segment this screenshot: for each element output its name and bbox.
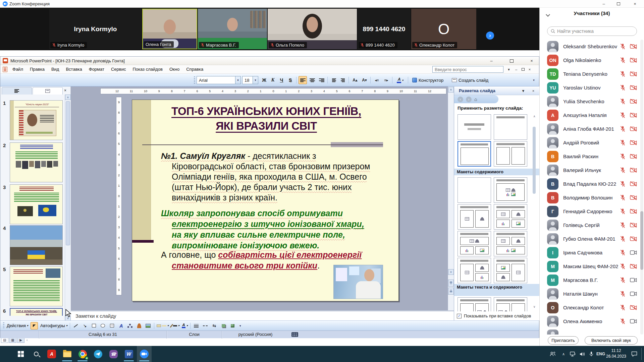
chrome-icon[interactable]: A — [75, 346, 90, 362]
font-color-button[interactable]: А▾ — [394, 76, 406, 84]
video-tile[interactable]: Iryna Kormylo Iryna Kormylo — [49, 9, 142, 49]
decrease-indent-button[interactable]: ◂≡ — [373, 76, 381, 84]
arrow-icon[interactable]: ↘ — [82, 322, 88, 329]
participant-row[interactable]: Губко Олена ФАМ-201 — [540, 232, 640, 246]
participant-row[interactable]: A Алєшугіна Наталія — [540, 108, 640, 122]
layout-thumb-title-only[interactable] — [494, 114, 527, 140]
participant-row[interactable]: Аліна Глоба ФАМ-201 — [540, 122, 640, 136]
participant-row[interactable]: Андрій Роговий — [540, 136, 640, 149]
shadow-style-icon[interactable] — [220, 322, 227, 329]
video-tile[interactable]: 899 1440 4620 899 1440 4620 — [358, 9, 411, 49]
previous-slide-icon[interactable]: ⇈ — [448, 280, 454, 287]
align-left-button[interactable] — [299, 76, 307, 84]
video-tile[interactable]: Олена Гонта — [142, 9, 197, 49]
tab-outline[interactable] — [2, 87, 32, 95]
video-tile[interactable]: Ольга Попело — [268, 9, 357, 49]
participants-scroll-thumb[interactable] — [640, 211, 643, 270]
scroll-left-icon[interactable]: ‹ — [26, 338, 28, 342]
participant-row[interactable]: Олена Акименко — [540, 314, 640, 328]
slide-title[interactable]: ТОП-6 УКРАЇНСЬКИХ ЮНИХ ГЕНІЇВ, ЯКІ ВРАЗИ… — [153, 104, 380, 133]
participant-row[interactable]: ON Olga Nikolaienko — [540, 53, 640, 67]
increase-font-button[interactable]: A▴ — [351, 76, 359, 84]
layout-thumb-content-and-text[interactable] — [494, 297, 527, 311]
layout-thumb-content[interactable] — [494, 177, 527, 203]
menu-item[interactable]: Вставка — [62, 65, 85, 74]
line-color-button[interactable]: ▾ — [171, 324, 179, 328]
start-button[interactable] — [13, 346, 28, 362]
tray-expand-icon[interactable]: ∧ — [559, 346, 568, 362]
menu-item[interactable]: Правка — [26, 65, 48, 74]
next-videos-button[interactable]: › — [486, 32, 494, 40]
menu-item[interactable]: Окно — [166, 65, 183, 74]
line-icon[interactable] — [72, 322, 79, 329]
tab-slides[interactable] — [33, 87, 63, 95]
volume-tray-icon[interactable] — [578, 346, 587, 362]
text-shadow-button[interactable]: S — [286, 76, 294, 84]
participant-row[interactable]: B Ваилий Раскин — [540, 149, 640, 163]
participant-row[interactable]: YU Yaroslav Ustinov — [540, 81, 640, 95]
slide-paragraph-2[interactable]: Школяр запропонував спосіб отримувати ел… — [161, 208, 364, 251]
taskpane-close-icon[interactable]: × — [530, 88, 536, 94]
pane-scroll-up-icon[interactable]: ∧ — [532, 115, 537, 118]
participant-row[interactable]: I Ірина Садчикова — [540, 246, 640, 259]
select-arrow-button[interactable]: ◤ — [31, 322, 38, 329]
zoom-maximize-button[interactable] — [611, 0, 626, 8]
threed-style-icon[interactable] — [229, 322, 236, 329]
thumbnails-scrollbar[interactable]: ∧ ∨ — [65, 95, 71, 321]
layout-thumb-text-and-content[interactable] — [458, 297, 491, 311]
layout-thumb-content-left-split[interactable] — [458, 258, 491, 283]
invite-button[interactable]: Пригласить — [548, 336, 579, 345]
scroll-down-icon[interactable]: ∨ — [448, 269, 454, 275]
menu-item[interactable]: Сервис — [108, 65, 129, 74]
zoom-taskbar-icon[interactable] — [137, 346, 152, 362]
participant-row[interactable]: Yuliia Shevchenko — [540, 95, 640, 108]
ppt-close-button[interactable]: × — [524, 57, 539, 65]
slide-thumbnail-1[interactable]: "Юність науки-2023" — [10, 100, 63, 140]
network-tray-icon[interactable] — [568, 346, 578, 362]
search-taskbar-icon[interactable] — [29, 346, 44, 362]
slide-photo[interactable] — [333, 265, 383, 299]
search-input[interactable] — [557, 28, 633, 34]
line-style-icon[interactable] — [193, 322, 200, 329]
toolbar-grip[interactable] — [194, 76, 195, 84]
diagram-icon[interactable] — [127, 322, 133, 329]
underline-button[interactable]: Ч — [277, 76, 286, 84]
video-tile[interactable]: Маргасова В.Г. — [198, 9, 267, 49]
clipart-icon[interactable] — [136, 322, 143, 329]
slide-thumbnail-5[interactable] — [10, 266, 63, 306]
font-name-select[interactable]: Arial▾ — [197, 76, 241, 84]
oval-icon[interactable] — [100, 322, 106, 329]
home-icon[interactable]: ⌂ — [474, 97, 477, 102]
participant-row[interactable]: Наталія Шакун — [540, 287, 640, 301]
notes-pane[interactable]: Заметки к слайду — [71, 310, 454, 320]
toolbar-grip[interactable] — [3, 322, 4, 329]
decrease-font-button[interactable]: A▾ — [360, 76, 369, 84]
participants-scrollbar[interactable] — [640, 40, 643, 335]
clock[interactable]: 11:12 26.04.2023 — [605, 348, 627, 359]
participant-row[interactable]: Валерий Ильчук — [540, 163, 640, 177]
doc-minimize-icon[interactable]: – — [513, 65, 520, 74]
pane-scroll-down-icon[interactable]: ∨ — [532, 305, 537, 308]
forward-icon[interactable]: › — [466, 97, 472, 102]
doc-restore-icon[interactable] — [520, 65, 526, 74]
layout-thumb-blank[interactable] — [458, 177, 491, 203]
slide-thumbnail-2[interactable] — [10, 142, 63, 182]
layout-thumb-content-right-split[interactable] — [494, 258, 527, 283]
askbox-dropdown-icon[interactable]: ▾ — [505, 65, 512, 74]
video-tile[interactable]: O Олександр Колот — [411, 9, 476, 49]
layout-thumb-content-over-two[interactable] — [458, 231, 491, 256]
layout-thumb-two-column-text[interactable] — [494, 141, 527, 167]
zoom-minimize-button[interactable]: – — [596, 0, 611, 8]
layout-thumb-four-content[interactable] — [494, 204, 527, 230]
slide-paragraph-1[interactable]: №1. Самуїл Кругляк - десятикласник з Кір… — [161, 151, 370, 203]
slide-thumbnail-4[interactable] — [10, 225, 63, 265]
participant-row[interactable]: M Маргасова В.Г. — [540, 273, 640, 287]
notifications-tray-icon[interactable] — [629, 346, 639, 362]
back-icon[interactable]: ‹ — [458, 97, 463, 102]
layout-thumb-two-content[interactable] — [458, 204, 491, 230]
toolbar-options-icon[interactable]: ▾ — [530, 76, 538, 84]
increase-indent-button[interactable]: ≡▸ — [382, 76, 390, 84]
align-center-button[interactable] — [308, 76, 316, 84]
participant-row[interactable]: O Олександр Колот — [540, 301, 640, 314]
menu-item[interactable]: Показ слайдов — [129, 65, 166, 74]
